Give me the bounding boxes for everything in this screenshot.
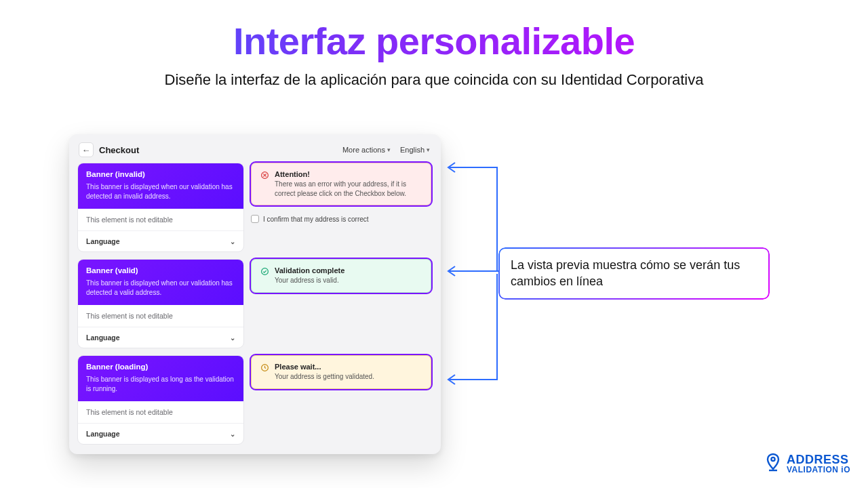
- clock-icon: [260, 363, 269, 372]
- alert-title: Attention!: [275, 170, 422, 178]
- alert-invalid: Attention! There was an error with your …: [251, 163, 431, 205]
- alert-valid: Validation complete Your address is vali…: [251, 259, 431, 293]
- arrow-to-valid: [444, 266, 505, 279]
- preview-invalid: Attention! There was an error with your …: [251, 163, 431, 223]
- language-label: English: [400, 146, 425, 154]
- language-select[interactable]: Language ⌄: [78, 327, 243, 348]
- chevron-down-icon: ⌄: [230, 238, 235, 245]
- row-valid: Banner (valid) This banner is displayed …: [77, 259, 433, 348]
- checkbox[interactable]: [251, 215, 259, 223]
- chevron-down-icon: ⌄: [230, 334, 235, 342]
- panel-title: Checkout: [99, 145, 139, 155]
- error-icon: [260, 170, 269, 180]
- language-dropdown[interactable]: English ▾: [400, 146, 430, 154]
- alert-desc: Your address is getting validated.: [275, 372, 374, 382]
- chevron-down-icon: ▾: [427, 146, 430, 153]
- editor-panel: ← Checkout More actions ▾ English ▾ Bann…: [69, 134, 441, 454]
- not-editable-note: This element is not editable: [78, 305, 243, 327]
- banner-title: Banner (invalid): [86, 170, 235, 178]
- pin-icon: [765, 453, 781, 474]
- card-banner-invalid[interactable]: Banner (invalid) This banner is displaye…: [77, 163, 244, 252]
- confirm-checkbox-row[interactable]: I confirm that my address is correct: [251, 215, 431, 223]
- callout-text: La vista previa muestra cómo se verán tu…: [511, 258, 740, 288]
- row-invalid: Banner (invalid) This banner is displaye…: [77, 163, 433, 252]
- chevron-down-icon: ▾: [387, 146, 391, 153]
- preview-valid: Validation complete Your address is vali…: [251, 259, 431, 293]
- card-banner-loading[interactable]: Banner (loading) This banner is displaye…: [77, 355, 244, 445]
- more-actions-label: More actions: [342, 146, 385, 154]
- svg-point-3: [771, 458, 774, 461]
- brand-line1: ADDRESS: [787, 453, 850, 466]
- not-editable-note: This element is not editable: [78, 209, 243, 230]
- language-select-label: Language: [86, 333, 120, 342]
- alert-loading: Please wait... Your address is getting v…: [251, 355, 431, 389]
- callout-box: La vista previa muestra cómo se verán tu…: [498, 247, 770, 300]
- panel-header: ← Checkout More actions ▾ English ▾: [77, 141, 433, 163]
- banner-desc: This banner is displayed when our valida…: [86, 182, 235, 201]
- not-editable-note: This element is not editable: [78, 401, 243, 423]
- banner-desc: This banner is displayed when our valida…: [86, 279, 235, 297]
- banner-desc: This banner is displayed as long as the …: [86, 375, 235, 393]
- language-select-label: Language: [86, 430, 120, 438]
- alert-title: Please wait...: [275, 363, 374, 371]
- page-subtitle: Diseñe la interfaz de la aplicación para…: [0, 71, 868, 89]
- alert-desc: There was an error with your address, if…: [275, 180, 422, 198]
- confirm-label: I confirm that my address is correct: [263, 216, 369, 223]
- more-actions-dropdown[interactable]: More actions ▾: [342, 146, 391, 154]
- language-select-label: Language: [86, 237, 120, 245]
- language-select[interactable]: Language ⌄: [78, 423, 243, 444]
- banner-title: Banner (loading): [86, 363, 235, 371]
- preview-loading: Please wait... Your address is getting v…: [251, 355, 431, 389]
- success-icon: [260, 266, 269, 276]
- language-select[interactable]: Language ⌄: [78, 230, 243, 251]
- arrow-to-loading: [444, 271, 505, 389]
- arrow-to-invalid: [444, 159, 505, 277]
- alert-title: Validation complete: [275, 266, 344, 274]
- page-title: Interfaz personalizable: [0, 19, 868, 63]
- card-banner-valid[interactable]: Banner (valid) This banner is displayed …: [77, 259, 244, 348]
- brand-line2: VALIDATION iO: [787, 466, 850, 474]
- banner-title: Banner (valid): [86, 266, 235, 274]
- brand-logo: ADDRESS VALIDATION iO: [765, 453, 850, 474]
- row-loading: Banner (loading) This banner is displaye…: [77, 355, 433, 445]
- chevron-down-icon: ⌄: [230, 430, 235, 438]
- alert-desc: Your address is valid.: [275, 276, 344, 285]
- back-button[interactable]: ←: [79, 142, 94, 157]
